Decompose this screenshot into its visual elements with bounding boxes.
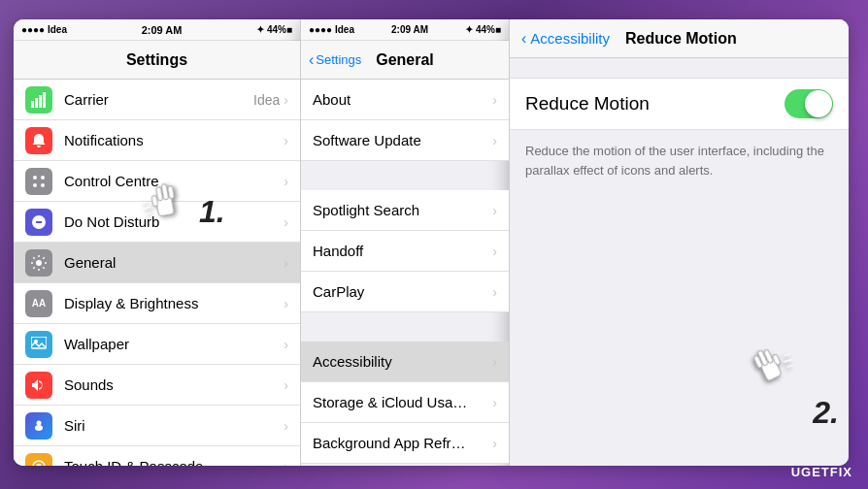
chevron-icon: › <box>492 284 497 300</box>
carrier-middle: ●●●● Idea <box>309 24 354 35</box>
general-settings-list: About › Software Update › <box>301 80 509 161</box>
general-item-software[interactable]: Software Update › <box>301 120 509 161</box>
general-item-spotlight[interactable]: Spotlight Search › <box>301 190 509 231</box>
chevron-icon: › <box>284 92 288 108</box>
time-left: 2:09 AM <box>142 24 183 36</box>
general-item-storage[interactable]: Storage & iCloud Usa… › <box>301 382 509 423</box>
general-item-carplay[interactable]: CarPlay › <box>301 272 509 312</box>
logo: UGETFIX <box>791 465 852 479</box>
carrier-text-left: ●●●● Idea <box>21 24 67 35</box>
status-bar-left: ●●●● Idea 2:09 AM ✦ 44%■ <box>14 19 300 41</box>
back-button-middle[interactable]: ‹ Settings <box>309 51 361 69</box>
breadcrumb-parent[interactable]: Accessibility <box>530 30 610 47</box>
display-icon: AA <box>25 290 52 317</box>
svg-line-32 <box>785 354 790 356</box>
handoff-label: Handoff <box>313 243 492 259</box>
general-item-handoff[interactable]: Handoff › <box>301 231 509 272</box>
time-middle: 2:09 AM <box>391 24 428 35</box>
accessibility-label: Accessibility <box>313 353 492 370</box>
chevron-icon: › <box>284 418 288 434</box>
chevron-icon: › <box>492 203 497 218</box>
toggle-knob <box>805 90 832 117</box>
page-title-left: Settings <box>126 51 187 69</box>
svg-rect-0 <box>31 101 34 108</box>
chevron-icon: › <box>284 255 288 271</box>
svg-line-24 <box>141 202 147 204</box>
list-item-carrier[interactable]: Carrier Idea › <box>14 80 300 120</box>
touchid-icon <box>25 453 52 467</box>
back-chevron-right: ‹ <box>521 30 526 48</box>
svg-point-12 <box>37 420 42 425</box>
page-title-middle: General <box>376 51 434 69</box>
chevron-icon: › <box>284 296 288 311</box>
step-1-label: 1. <box>199 194 225 230</box>
control-centre-icon <box>25 168 52 195</box>
svg-rect-2 <box>39 95 42 108</box>
general-icon <box>25 249 52 277</box>
siri-label: Siri <box>64 417 284 434</box>
right-panel: ‹ Accessibility Reduce Motion Reduce Mot… <box>509 19 849 466</box>
background-label: Background App Refr… <box>313 435 492 451</box>
do-not-disturb-icon <box>25 209 52 236</box>
svg-point-7 <box>41 183 45 187</box>
reduce-motion-description: Reduce the motion of the user interface,… <box>510 130 849 191</box>
list-item-wallpaper[interactable]: Wallpaper › <box>14 324 300 365</box>
section-gap-2 <box>301 312 509 342</box>
middle-panel: ●●●● Idea 2:09 AM ✦ 44%■ ‹ Settings Gene… <box>300 19 509 466</box>
chevron-icon: › <box>492 244 497 259</box>
svg-line-31 <box>785 360 792 362</box>
nav-bar-left: Settings <box>14 41 300 80</box>
list-item-touchid[interactable]: Touch ID & Passcode › <box>14 446 300 466</box>
storage-label: Storage & iCloud Usa… <box>313 394 492 410</box>
chevron-icon: › <box>284 337 288 352</box>
status-bar-middle: ●●●● Idea 2:09 AM ✦ 44%■ <box>301 19 509 41</box>
touchid-label: Touch ID & Passcode <box>64 458 284 466</box>
right-icons-left: ✦ 44%■ <box>256 24 292 35</box>
chevron-icon: › <box>492 395 497 410</box>
general-item-background[interactable]: Background App Refr… › <box>301 423 509 464</box>
svg-point-5 <box>41 176 45 179</box>
list-item-notifications[interactable]: Notifications › <box>14 120 300 161</box>
chevron-icon: › <box>492 92 497 108</box>
svg-point-8 <box>36 260 42 266</box>
svg-rect-1 <box>35 98 38 108</box>
step-2-label: 2. <box>813 395 839 431</box>
wallpaper-icon <box>25 331 52 358</box>
notifications-icon <box>25 127 52 154</box>
svg-rect-3 <box>43 92 46 108</box>
breadcrumb-bar: ‹ Accessibility Reduce Motion <box>510 19 849 58</box>
general-item-about[interactable]: About › <box>301 80 509 120</box>
about-label: About <box>313 91 492 108</box>
svg-point-6 <box>33 183 37 187</box>
section-gap-1 <box>301 161 509 190</box>
svg-line-25 <box>145 213 150 215</box>
list-item-sounds[interactable]: Sounds › <box>14 365 300 406</box>
reduce-motion-toggle[interactable] <box>785 89 833 118</box>
general-settings-list-3: Accessibility › Storage & iCloud Usa… › … <box>301 342 509 464</box>
section-gap-3 <box>301 464 509 466</box>
nav-bar-middle: ‹ Settings General <box>301 41 509 80</box>
settings-list: Carrier Idea › Notifications › Control C… <box>14 80 300 466</box>
reduce-motion-row: Reduce Motion <box>510 79 849 129</box>
chevron-icon: › <box>492 133 497 148</box>
svg-line-33 <box>787 366 793 368</box>
svg-point-4 <box>33 176 37 179</box>
software-update-label: Software Update <box>313 132 492 148</box>
back-chevron-icon: ‹ <box>309 51 314 69</box>
left-panel: ●●●● Idea 2:09 AM ✦ 44%■ Settings Carrie… <box>14 19 300 466</box>
carrier-icon <box>25 86 52 114</box>
breadcrumb-current: Reduce Motion <box>625 30 737 48</box>
sounds-label: Sounds <box>64 376 284 393</box>
back-label-middle: Settings <box>316 52 361 67</box>
siri-icon <box>25 412 52 440</box>
chevron-icon: › <box>284 174 288 189</box>
list-item-siri[interactable]: Siri › <box>14 406 300 446</box>
chevron-icon: › <box>492 436 497 451</box>
wallpaper-label: Wallpaper <box>64 336 284 352</box>
carrier-value: Idea <box>253 92 280 108</box>
carplay-label: CarPlay <box>313 283 492 300</box>
sounds-icon <box>25 372 52 399</box>
general-item-accessibility[interactable]: Accessibility › <box>301 342 509 382</box>
list-item-general[interactable]: General › <box>14 243 300 283</box>
list-item-display[interactable]: AA Display & Brightness › <box>14 283 300 324</box>
